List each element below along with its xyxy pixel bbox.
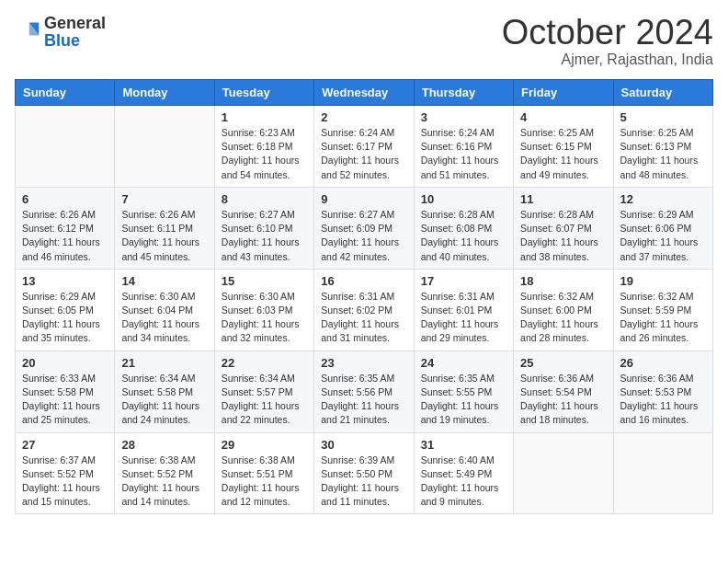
day-number: 13 [22,274,108,288]
day-info: Sunrise: 6:30 AM Sunset: 6:03 PM Dayligh… [222,290,307,346]
day-info: Sunrise: 6:26 AM Sunset: 6:11 PM Dayligh… [121,208,207,264]
day-info: Sunrise: 6:23 AM Sunset: 6:18 PM Dayligh… [222,126,307,182]
day-number: 19 [620,274,706,288]
week-row-4: 20Sunrise: 6:33 AM Sunset: 5:58 PM Dayli… [16,350,713,432]
day-cell: 12Sunrise: 6:29 AM Sunset: 6:06 PM Dayli… [613,187,712,269]
day-number: 10 [421,192,506,206]
day-number: 8 [222,192,307,206]
day-number: 26 [620,356,706,370]
location-title: Ajmer, Rajasthan, India [502,52,713,68]
day-info: Sunrise: 6:24 AM Sunset: 6:17 PM Dayligh… [321,126,406,182]
day-info: Sunrise: 6:25 AM Sunset: 6:15 PM Dayligh… [520,126,606,182]
day-number: 28 [121,438,207,452]
day-number: 23 [321,356,406,370]
day-cell [514,432,613,514]
day-number: 29 [222,438,307,452]
day-cell: 2Sunrise: 6:24 AM Sunset: 6:17 PM Daylig… [314,106,414,188]
day-info: Sunrise: 6:40 AM Sunset: 5:49 PM Dayligh… [421,454,506,510]
day-cell: 10Sunrise: 6:28 AM Sunset: 6:08 PM Dayli… [414,187,513,269]
day-cell: 25Sunrise: 6:36 AM Sunset: 5:54 PM Dayli… [514,350,613,432]
day-cell [16,106,115,188]
day-number: 17 [421,274,506,288]
day-cell: 26Sunrise: 6:36 AM Sunset: 5:53 PM Dayli… [613,350,712,432]
day-info: Sunrise: 6:37 AM Sunset: 5:52 PM Dayligh… [22,454,108,510]
logo-icon [15,19,40,45]
day-cell: 19Sunrise: 6:32 AM Sunset: 5:59 PM Dayli… [613,269,712,350]
week-row-2: 6Sunrise: 6:26 AM Sunset: 6:12 PM Daylig… [16,187,713,269]
week-row-1: 1Sunrise: 6:23 AM Sunset: 6:18 PM Daylig… [16,106,713,188]
day-cell: 6Sunrise: 6:26 AM Sunset: 6:12 PM Daylig… [16,187,115,269]
logo-general: General Blue [44,15,106,50]
day-number: 14 [121,274,207,288]
day-cell: 30Sunrise: 6:39 AM Sunset: 5:50 PM Dayli… [314,432,414,514]
header-monday: Monday [115,80,214,106]
day-cell [613,432,712,514]
header-friday: Friday [514,80,613,106]
day-cell: 15Sunrise: 6:30 AM Sunset: 6:03 PM Dayli… [214,269,313,350]
day-cell: 7Sunrise: 6:26 AM Sunset: 6:11 PM Daylig… [115,187,214,269]
page-header: General Blue October 2024 Ajmer, Rajasth… [15,15,713,68]
day-cell: 4Sunrise: 6:25 AM Sunset: 6:15 PM Daylig… [514,106,613,188]
day-cell: 29Sunrise: 6:38 AM Sunset: 5:51 PM Dayli… [214,432,313,514]
day-cell: 14Sunrise: 6:30 AM Sunset: 6:04 PM Dayli… [115,269,214,350]
day-cell: 27Sunrise: 6:37 AM Sunset: 5:52 PM Dayli… [16,432,115,514]
day-info: Sunrise: 6:26 AM Sunset: 6:12 PM Dayligh… [22,208,108,264]
day-info: Sunrise: 6:30 AM Sunset: 6:04 PM Dayligh… [121,290,207,346]
day-number: 11 [520,192,606,206]
day-cell: 3Sunrise: 6:24 AM Sunset: 6:16 PM Daylig… [414,106,513,188]
day-number: 5 [620,110,706,124]
day-number: 12 [620,192,706,206]
day-info: Sunrise: 6:32 AM Sunset: 5:59 PM Dayligh… [620,290,706,346]
day-number: 21 [121,356,207,370]
day-number: 15 [222,274,307,288]
day-number: 30 [321,438,406,452]
day-cell: 11Sunrise: 6:28 AM Sunset: 6:07 PM Dayli… [514,187,613,269]
day-cell: 5Sunrise: 6:25 AM Sunset: 6:13 PM Daylig… [613,106,712,188]
day-cell: 1Sunrise: 6:23 AM Sunset: 6:18 PM Daylig… [214,106,313,188]
day-number: 1 [222,110,307,124]
day-info: Sunrise: 6:35 AM Sunset: 5:55 PM Dayligh… [421,372,506,428]
day-number: 31 [421,438,506,452]
day-cell: 16Sunrise: 6:31 AM Sunset: 6:02 PM Dayli… [314,269,414,350]
day-number: 4 [520,110,606,124]
day-cell: 13Sunrise: 6:29 AM Sunset: 6:05 PM Dayli… [16,269,115,350]
day-number: 25 [520,356,606,370]
day-cell: 17Sunrise: 6:31 AM Sunset: 6:01 PM Dayli… [414,269,513,350]
day-number: 9 [321,192,406,206]
day-info: Sunrise: 6:29 AM Sunset: 6:06 PM Dayligh… [620,208,706,264]
header-thursday: Thursday [414,80,513,106]
day-cell: 22Sunrise: 6:34 AM Sunset: 5:57 PM Dayli… [214,350,313,432]
day-info: Sunrise: 6:38 AM Sunset: 5:52 PM Dayligh… [121,454,207,510]
day-info: Sunrise: 6:34 AM Sunset: 5:58 PM Dayligh… [121,372,207,428]
header-wednesday: Wednesday [314,80,414,106]
day-number: 3 [421,110,506,124]
logo: General Blue [15,15,106,50]
header-tuesday: Tuesday [214,80,313,106]
month-title: October 2024 [502,15,713,50]
day-info: Sunrise: 6:31 AM Sunset: 6:02 PM Dayligh… [321,290,406,346]
day-number: 27 [22,438,108,452]
day-info: Sunrise: 6:32 AM Sunset: 6:00 PM Dayligh… [520,290,606,346]
day-info: Sunrise: 6:36 AM Sunset: 5:53 PM Dayligh… [620,372,706,428]
day-cell: 21Sunrise: 6:34 AM Sunset: 5:58 PM Dayli… [115,350,214,432]
day-info: Sunrise: 6:34 AM Sunset: 5:57 PM Dayligh… [222,372,307,428]
day-number: 24 [421,356,506,370]
day-cell: 18Sunrise: 6:32 AM Sunset: 6:00 PM Dayli… [514,269,613,350]
day-info: Sunrise: 6:39 AM Sunset: 5:50 PM Dayligh… [321,454,406,510]
day-number: 20 [22,356,108,370]
header-row: SundayMondayTuesdayWednesdayThursdayFrid… [16,80,713,106]
day-info: Sunrise: 6:28 AM Sunset: 6:07 PM Dayligh… [520,208,606,264]
header-saturday: Saturday [613,80,712,106]
day-cell: 20Sunrise: 6:33 AM Sunset: 5:58 PM Dayli… [16,350,115,432]
title-block: October 2024 Ajmer, Rajasthan, India [502,15,713,68]
day-cell: 28Sunrise: 6:38 AM Sunset: 5:52 PM Dayli… [115,432,214,514]
day-cell [115,106,214,188]
day-number: 22 [222,356,307,370]
day-cell: 8Sunrise: 6:27 AM Sunset: 6:10 PM Daylig… [214,187,313,269]
day-info: Sunrise: 6:38 AM Sunset: 5:51 PM Dayligh… [222,454,307,510]
day-info: Sunrise: 6:25 AM Sunset: 6:13 PM Dayligh… [620,126,706,182]
day-cell: 9Sunrise: 6:27 AM Sunset: 6:09 PM Daylig… [314,187,414,269]
day-info: Sunrise: 6:35 AM Sunset: 5:56 PM Dayligh… [321,372,406,428]
week-row-3: 13Sunrise: 6:29 AM Sunset: 6:05 PM Dayli… [16,269,713,350]
day-number: 16 [321,274,406,288]
